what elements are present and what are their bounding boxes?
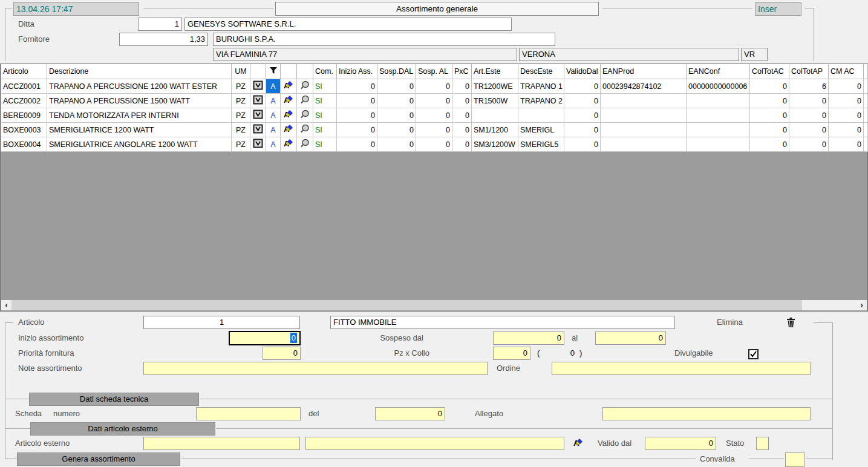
col-ean-conf[interactable]: EANConf bbox=[687, 64, 750, 79]
cell-sosp-al[interactable]: 0 bbox=[416, 137, 452, 152]
cell-coltot-ap[interactable]: 0 bbox=[789, 123, 829, 137]
cell-com[interactable]: SI bbox=[313, 79, 337, 94]
horizontal-scrollbar[interactable]: ‹ › bbox=[1, 300, 867, 310]
col-descrizione[interactable]: Descrizione bbox=[47, 64, 232, 79]
col-ean-prod[interactable]: EANProd bbox=[601, 64, 687, 79]
cell-articolo[interactable]: BOXE0004 bbox=[1, 137, 47, 152]
cell-desc-este[interactable]: TRAPANO 1 bbox=[518, 79, 564, 94]
cell-desc-este[interactable] bbox=[518, 108, 564, 123]
col-art-este[interactable]: Art.Este bbox=[472, 64, 518, 79]
font-edit-button[interactable]: A bbox=[281, 94, 297, 108]
col-coltot-ac[interactable]: ColTotAC bbox=[750, 64, 789, 79]
col-articolo[interactable]: Articolo bbox=[1, 64, 47, 79]
search-button[interactable] bbox=[297, 123, 313, 137]
cell-descrizione[interactable]: SMERIGLIATRICE 1200 WATT bbox=[47, 123, 232, 137]
col-check[interactable] bbox=[250, 64, 266, 79]
dati-scheda-tecnica-button[interactable]: Dati scheda tecnica bbox=[29, 393, 199, 406]
ditta-code-field[interactable]: 1 bbox=[138, 18, 182, 31]
cell-um[interactable]: PZ bbox=[232, 137, 250, 152]
cell-coltot-ap[interactable]: 6 bbox=[789, 79, 829, 94]
combo-check-button[interactable] bbox=[250, 123, 266, 137]
cell-pxc[interactable]: 0 bbox=[452, 79, 472, 94]
cell-ean-conf[interactable] bbox=[687, 108, 750, 123]
col-inizio-ass[interactable]: Inizio Ass. bbox=[337, 64, 377, 79]
cell-art-este[interactable]: SM1/1200 bbox=[472, 123, 518, 137]
col-um[interactable]: UM bbox=[232, 64, 250, 79]
font-edit-button[interactable]: A bbox=[281, 79, 297, 94]
fornitore-name-field[interactable]: BURUGHI S.P.A. bbox=[213, 33, 555, 46]
cell-descrizione[interactable]: TRAPANO A PERCUSSIONE 1200 WATT ESTER bbox=[47, 79, 232, 94]
cell-com[interactable]: SI bbox=[313, 94, 337, 108]
col-font[interactable] bbox=[281, 64, 297, 79]
cell-sosp-al[interactable]: 0 bbox=[416, 123, 452, 137]
cell-ean-conf[interactable]: 00000000000006 bbox=[687, 79, 750, 94]
cell-cm-ac[interactable]: 0 bbox=[829, 137, 864, 152]
search-button[interactable] bbox=[297, 108, 313, 123]
cell-ean-prod[interactable] bbox=[601, 123, 687, 137]
sospeso-al-field[interactable]: 0 bbox=[595, 331, 666, 345]
cell-sosp-dal[interactable]: 0 bbox=[377, 79, 416, 94]
inizio-assortimento-field[interactable]: 0 bbox=[229, 331, 301, 345]
combo-check-button[interactable] bbox=[250, 137, 266, 152]
scrollbar-thumb[interactable] bbox=[11, 300, 801, 310]
cell-sosp-al[interactable]: 0 bbox=[416, 79, 452, 94]
trash-icon[interactable] bbox=[786, 317, 795, 330]
cell-stato-assortimento[interactable]: A bbox=[266, 108, 281, 123]
cell-art-este[interactable] bbox=[472, 108, 518, 123]
priorita-fornitura-field[interactable]: 0 bbox=[263, 347, 301, 360]
cell-inizio-ass[interactable]: 0 bbox=[337, 123, 377, 137]
cell-um[interactable]: PZ bbox=[232, 79, 250, 94]
cell-ean-conf[interactable] bbox=[687, 94, 750, 108]
font-edit-icon[interactable]: A bbox=[573, 438, 584, 449]
cell-ean-prod[interactable]: 00023942874102 bbox=[601, 79, 687, 94]
cell-coltot-ap[interactable]: 0 bbox=[789, 137, 829, 152]
cell-inizio-ass[interactable]: 0 bbox=[337, 94, 377, 108]
cell-inizio-ass[interactable]: 0 bbox=[337, 108, 377, 123]
articolo-esterno-desc-field[interactable] bbox=[305, 437, 564, 450]
ditta-name-field[interactable]: GENESYS SOFTWARE S.R.L. bbox=[184, 18, 512, 31]
scheda-numero-field[interactable] bbox=[196, 407, 301, 420]
cell-coltot-ac[interactable]: 0 bbox=[750, 94, 789, 108]
cell-sosp-dal[interactable]: 0 bbox=[377, 137, 416, 152]
col-filter[interactable] bbox=[266, 64, 281, 79]
search-button[interactable] bbox=[297, 79, 313, 94]
cell-articolo[interactable]: ACCZ0001 bbox=[1, 79, 47, 94]
cell-valido-dal[interactable]: 0 bbox=[564, 79, 601, 94]
col-pxc[interactable]: PxC bbox=[452, 64, 472, 79]
valido-dal-field[interactable]: 0 bbox=[645, 437, 716, 450]
cell-articolo[interactable]: BERE0009 bbox=[1, 108, 47, 123]
cell-stato-assortimento[interactable]: A bbox=[266, 123, 281, 137]
col-cm-ac[interactable]: CM AC bbox=[829, 64, 864, 79]
cell-um[interactable]: PZ bbox=[232, 108, 250, 123]
cell-pxc[interactable]: 0 bbox=[452, 94, 472, 108]
col-sosp-al[interactable]: Sosp. AL bbox=[416, 64, 452, 79]
col-coltot-ap[interactable]: ColTotAP bbox=[789, 64, 829, 79]
cell-inizio-ass[interactable]: 0 bbox=[337, 79, 377, 94]
cell-com[interactable]: SI bbox=[313, 108, 337, 123]
cell-sosp-dal[interactable]: 0 bbox=[377, 108, 416, 123]
cell-um[interactable]: PZ bbox=[232, 123, 250, 137]
col-valido-dal[interactable]: ValidoDal bbox=[564, 64, 601, 79]
dati-articolo-esterno-button[interactable]: Dati articolo esterno bbox=[30, 422, 215, 436]
cell-com[interactable]: SI bbox=[313, 123, 337, 137]
col-desc-este[interactable]: DescEste bbox=[518, 64, 564, 79]
font-edit-button[interactable]: A bbox=[281, 123, 297, 137]
cell-ean-prod[interactable] bbox=[601, 108, 687, 123]
cell-inizio-ass[interactable]: 0 bbox=[337, 137, 377, 152]
note-assortimento-field[interactable] bbox=[143, 362, 488, 375]
articolo-code-field[interactable]: 1 bbox=[143, 316, 300, 329]
cell-desc-este[interactable]: TRAPANO 2 bbox=[518, 94, 564, 108]
cell-sosp-al[interactable]: 0 bbox=[416, 108, 452, 123]
cell-desc-este[interactable]: SMERIGL bbox=[518, 123, 564, 137]
search-button[interactable] bbox=[297, 137, 313, 152]
cell-um[interactable]: PZ bbox=[232, 94, 250, 108]
cell-valido-dal[interactable]: 0 bbox=[564, 137, 601, 152]
cell-coltot-ap[interactable]: 0 bbox=[789, 94, 829, 108]
cell-valido-dal[interactable]: 0 bbox=[564, 94, 601, 108]
cell-valido-dal[interactable]: 0 bbox=[564, 108, 601, 123]
cell-art-este[interactable]: TR1500W bbox=[472, 94, 518, 108]
cell-coltot-ac[interactable]: 0 bbox=[750, 137, 789, 152]
cell-pxc[interactable]: 0 bbox=[452, 137, 472, 152]
cell-cm-ac[interactable]: 0 bbox=[829, 79, 864, 94]
cell-sosp-al[interactable]: 0 bbox=[416, 94, 452, 108]
